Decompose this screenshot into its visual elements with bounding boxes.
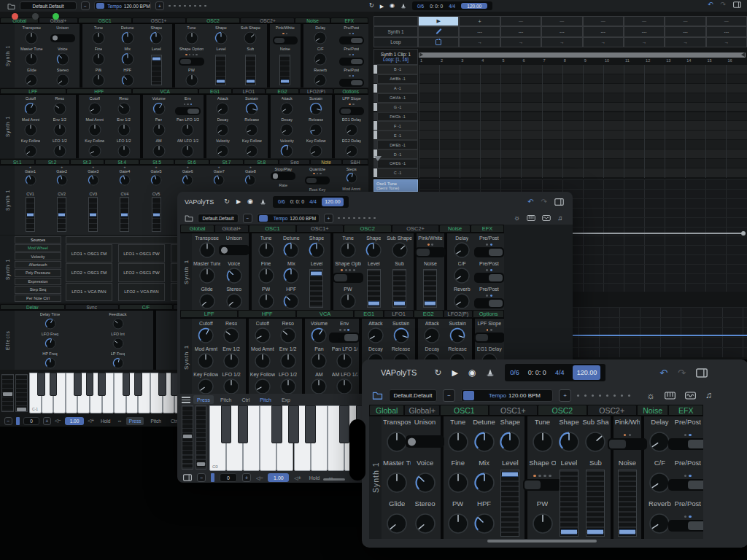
knob-reso[interactable] <box>280 327 296 343</box>
knob-mod-amnt[interactable] <box>198 353 214 369</box>
knob-velocity[interactable] <box>280 144 293 158</box>
knob-sub-shape[interactable] <box>392 242 408 258</box>
note-row-label[interactable]: C -1 <box>377 168 418 178</box>
knob-eg2-delay[interactable] <box>345 144 358 158</box>
tab-efx[interactable]: EFX <box>668 405 703 416</box>
knob-volume[interactable] <box>311 327 327 343</box>
track-header[interactable]: Synth 1 <box>374 26 418 36</box>
knob-lfo-1-2[interactable] <box>117 144 131 158</box>
fader-sub[interactable] <box>392 269 406 308</box>
toggle-switch[interactable] <box>219 245 249 254</box>
clip-cell[interactable]: — <box>706 16 747 26</box>
clip-cell[interactable]: --- <box>500 26 541 36</box>
knob-glide[interactable] <box>199 293 215 309</box>
black-key[interactable] <box>37 373 44 396</box>
octave-down-button[interactable]: − <box>4 417 12 425</box>
matrix-cell-lfo1-vca-pan[interactable]: LFO1 > VCA PAN <box>66 283 112 301</box>
clip-cell[interactable]: → <box>624 37 665 47</box>
pitch-mod-wheel[interactable] <box>1 374 14 412</box>
toggle-pre-post[interactable] <box>668 515 703 532</box>
record-button[interactable]: ◉ <box>468 368 476 377</box>
tab-lfo2-p[interactable]: LFO2(P) <box>444 310 473 318</box>
hold-button[interactable]: Hold <box>98 417 113 425</box>
knob-shape[interactable] <box>150 31 163 44</box>
knob-reverb[interactable] <box>454 293 470 309</box>
note-row-label[interactable]: B -1 <box>377 65 418 74</box>
sync-button[interactable]: ↻ <box>434 368 441 377</box>
notes-view-icon[interactable]: ♫ <box>705 391 712 400</box>
fader-handle[interactable] <box>152 57 160 61</box>
knob-gate8[interactable] <box>244 174 256 186</box>
black-key[interactable] <box>98 373 105 396</box>
black-key[interactable] <box>158 373 166 396</box>
knob-reverb[interactable] <box>314 74 327 87</box>
knob-decay[interactable] <box>280 123 293 136</box>
note-row-lane[interactable] <box>419 168 747 178</box>
tab-noise[interactable]: Noise <box>439 225 470 233</box>
fader-cv2[interactable] <box>57 197 66 232</box>
knob-gate4[interactable] <box>119 174 131 186</box>
knob-pan[interactable] <box>152 123 166 136</box>
knob-tune[interactable] <box>533 432 553 452</box>
preset-name-box[interactable]: Default.Default <box>198 214 239 223</box>
fader-handle[interactable] <box>425 301 436 306</box>
knob-pw[interactable] <box>258 293 274 309</box>
key-width-icon[interactable]: ↔ <box>117 418 123 424</box>
fader-handle[interactable] <box>368 301 379 306</box>
toggle-env[interactable] <box>329 328 360 342</box>
clip-cell[interactable]: + <box>459 16 500 26</box>
knob-c-f[interactable] <box>454 268 470 284</box>
fader-handle[interactable] <box>90 213 96 217</box>
toggle-switch[interactable] <box>474 273 505 282</box>
black-key[interactable] <box>288 405 298 443</box>
knob-gate7[interactable] <box>213 174 225 186</box>
fader-cv4[interactable] <box>120 197 129 232</box>
fader-cv3[interactable] <box>88 197 98 232</box>
matrix-cell-lfo1-osc1-pw[interactable]: LFO1 > OSC1 PW <box>118 244 165 262</box>
preset-name-box[interactable]: Default.Default <box>20 1 77 10</box>
metronome-button[interactable] <box>400 3 406 9</box>
rate-chip[interactable]: 1.00 <box>65 417 84 425</box>
note-row-lane[interactable] <box>419 65 747 74</box>
knob-pw[interactable] <box>448 513 468 534</box>
knob-hp-freq[interactable] <box>44 357 56 369</box>
knob-hpf[interactable] <box>283 293 299 309</box>
window-drag-handle[interactable] <box>349 419 365 481</box>
clip-cell[interactable] <box>418 26 459 36</box>
menu-icon[interactable] <box>182 397 190 403</box>
keyboard-view-icon[interactable] <box>527 215 535 221</box>
tab-st-5[interactable]: St.5 <box>139 159 174 165</box>
knob-decay[interactable] <box>216 123 229 136</box>
black-key[interactable] <box>221 405 231 443</box>
fader-noise[interactable] <box>618 470 637 537</box>
toggle-switch[interactable] <box>668 479 703 491</box>
toggle-pink-white[interactable] <box>273 32 298 44</box>
note-row-lane[interactable] <box>419 74 747 84</box>
tab-global[interactable]: Global <box>180 225 214 233</box>
track-header[interactable]: Loop <box>374 37 418 47</box>
metronome-button[interactable] <box>260 198 266 205</box>
clip-cell[interactable]: --- <box>583 26 624 36</box>
fader-handle[interactable] <box>121 213 128 217</box>
clip-cell[interactable]: --- <box>624 26 665 36</box>
fader-sub[interactable] <box>245 55 256 86</box>
knob-voice[interactable] <box>415 472 436 493</box>
knob-c-f[interactable] <box>649 472 670 493</box>
black-key[interactable] <box>134 373 142 396</box>
tab-options[interactable]: Options <box>333 88 368 94</box>
tab-st-6[interactable]: St.6 <box>174 159 209 165</box>
toggle-switch[interactable] <box>406 435 444 448</box>
tab-st-7[interactable]: St.7 <box>209 159 244 165</box>
play-button[interactable]: ▶ <box>380 4 384 9</box>
toggle-switch[interactable] <box>474 298 505 308</box>
minimize-button[interactable] <box>32 13 39 20</box>
knob-pw[interactable] <box>340 293 356 309</box>
tab-options[interactable]: Options <box>473 310 504 318</box>
tab-osc2[interactable]: OSC2+ <box>240 18 295 23</box>
tab-osc1[interactable]: OSC1 <box>78 18 132 23</box>
knob-mod-amnt[interactable] <box>88 123 101 136</box>
brightness-icon[interactable]: ☼ <box>514 214 520 222</box>
knob-tune[interactable] <box>92 31 105 44</box>
tab-efx[interactable]: EFX <box>330 18 368 23</box>
tab-global[interactable]: Global <box>369 405 404 416</box>
